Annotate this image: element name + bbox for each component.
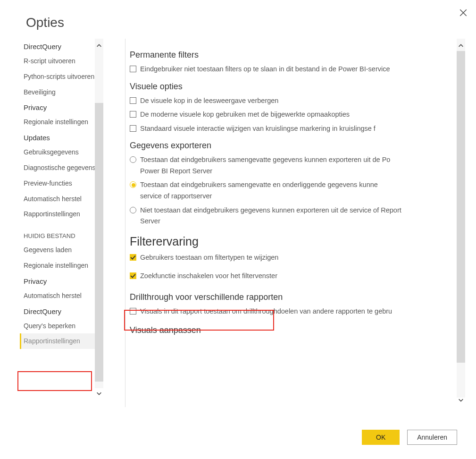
- checkbox-default-interaction[interactable]: Standaard visuele interactie wijzigen va…: [130, 124, 454, 134]
- radio-label: Toestaan dat eindgebruikers samengevatte…: [140, 180, 378, 201]
- checkbox-label: De visuele kop in de leesweergave verber…: [140, 96, 278, 106]
- sidebar-item-diagnostic[interactable]: Diagnostische gegevens: [20, 160, 102, 176]
- heading-visuals-aanpassen: Visuals aanpassen: [130, 325, 454, 335]
- checkbox-modern-visual-header[interactable]: De moderne visuele kop gebruiken met de …: [130, 110, 454, 119]
- checkbox-icon: [130, 66, 136, 72]
- radio-icon: [130, 156, 136, 163]
- sidebar-item-usage[interactable]: Gebruiksgegevens: [20, 144, 102, 160]
- radio-icon: [130, 207, 136, 213]
- checkbox-persistent-filters[interactable]: Eindgebruiker niet toestaan filters op t…: [130, 65, 454, 74]
- checkbox-enable-filter-search[interactable]: Zoekfunctie inschakelen voor het filterv…: [130, 272, 454, 281]
- sidebar-header-privacy[interactable]: Privacy: [20, 100, 102, 114]
- checkbox-label: Gebruikers toestaan om filtertypen te wi…: [140, 253, 278, 263]
- radio-label-line2: Server: [140, 217, 401, 226]
- sidebar-item-preview[interactable]: Preview-functies: [20, 176, 102, 191]
- sidebar-header-updates[interactable]: Updates: [20, 130, 102, 144]
- content-scroll-area: Permanente filters Eindgebruiker niet to…: [116, 39, 454, 398]
- sidebar-item-reportsettings-selected[interactable]: Rapportinstellingen: [20, 333, 102, 349]
- radio-label-line1: Niet toestaan dat eindgebruikers gegeven…: [140, 206, 401, 214]
- radio-icon-selected: [130, 181, 136, 188]
- sidebar-item-reportsettings[interactable]: Rapportinstellingen: [20, 206, 102, 222]
- checkbox-label: Visuals in dit rapport toestaan om drill…: [140, 307, 392, 316]
- ok-button[interactable]: OK: [362, 430, 400, 445]
- sidebar-item-security[interactable]: Beveiliging: [20, 85, 102, 100]
- sidebar-scrollbar-thumb[interactable]: [95, 103, 103, 382]
- checkbox-icon: [130, 111, 136, 118]
- sidebar-item-regional[interactable]: Regionale instellingen: [20, 114, 102, 130]
- radio-label-line1: Toestaan dat eindgebruikers samengevatte…: [140, 181, 378, 188]
- sidebar-item-python[interactable]: Python-scripts uitvoeren: [20, 69, 102, 85]
- chevron-down-icon[interactable]: [95, 388, 103, 399]
- sidebar-list: DirectQuery R-script uitvoeren Python-sc…: [20, 39, 102, 388]
- heading-filterervaring: Filterervaring: [130, 235, 454, 248]
- chevron-down-icon[interactable]: [457, 395, 465, 405]
- cancel-button[interactable]: Annuleren: [407, 430, 457, 445]
- dialog-title: Opties: [0, 9, 476, 39]
- sidebar-header-directquery2[interactable]: DirectQuery: [20, 304, 102, 318]
- content-panel: Permanente filters Eindgebruiker niet to…: [116, 39, 467, 407]
- sidebar-item-rscript[interactable]: R-script uitvoeren: [20, 53, 102, 69]
- checkbox-icon-checked: [130, 272, 136, 279]
- sidebar-item-dataload[interactable]: Gegevens laden: [20, 242, 102, 258]
- sidebar-header-directquery[interactable]: DirectQuery: [20, 39, 102, 53]
- sidebar: DirectQuery R-script uitvoeren Python-sc…: [0, 39, 116, 407]
- close-icon[interactable]: [459, 8, 468, 17]
- options-dialog: Opties DirectQuery R-script uitvoeren Py…: [0, 0, 476, 459]
- checkbox-label: Standaard visuele interactie wijzigen va…: [140, 124, 376, 134]
- dialog-footer: OK Annuleren: [362, 430, 457, 445]
- heading-visuele-opties: Visuele opties: [130, 82, 454, 92]
- radio-label: Toestaan dat eindgebruikers samengevatte…: [140, 155, 390, 176]
- checkbox-icon: [130, 97, 136, 104]
- checkbox-label: De moderne visuele kop gebruiken met de …: [140, 110, 350, 119]
- heading-permanente-filters: Permanente filters: [130, 50, 454, 60]
- radio-label-line1: Toestaan dat eindgebruikers samengevatte…: [140, 156, 390, 163]
- sidebar-section-currentfile: HUIDIG BESTAND: [20, 222, 102, 242]
- sidebar-item-autorecover2[interactable]: Automatisch herstel: [20, 288, 102, 304]
- dialog-body: DirectQuery R-script uitvoeren Python-sc…: [0, 39, 476, 407]
- checkbox-icon: [130, 125, 136, 132]
- heading-drillthrough: Drillthrough voor verschillende rapporte…: [130, 292, 454, 302]
- heading-gegevens-exporteren: Gegevens exporteren: [130, 141, 454, 151]
- radio-export-summarized-underlying[interactable]: Toestaan dat eindgebruikers samengevatte…: [130, 180, 454, 201]
- chevron-up-icon[interactable]: [95, 41, 103, 51]
- checkbox-icon-checked: [130, 254, 136, 261]
- radio-export-summarized[interactable]: Toestaan dat eindgebruikers samengevatte…: [130, 155, 454, 176]
- checkbox-label: Zoekfunctie inschakelen voor het filterv…: [140, 272, 277, 281]
- checkbox-cross-report-drillthrough[interactable]: Visuals in dit rapport toestaan om drill…: [130, 307, 454, 316]
- content-scrollbar-thumb[interactable]: [457, 51, 465, 363]
- sidebar-header-privacy2[interactable]: Privacy: [20, 273, 102, 288]
- sidebar-item-autorecover[interactable]: Automatisch herstel: [20, 191, 102, 207]
- checkbox-allow-filter-type-change[interactable]: Gebruikers toestaan om filtertypen te wi…: [130, 253, 454, 263]
- chevron-up-icon[interactable]: [457, 41, 465, 51]
- radio-label-line2: Power BI Report Server: [140, 167, 390, 176]
- sidebar-item-reducequeries[interactable]: Query's beperken: [20, 318, 102, 334]
- sidebar-item-regional2[interactable]: Regionale instellingen: [20, 258, 102, 273]
- radio-export-none[interactable]: Niet toestaan dat eindgebruikers gegeven…: [130, 206, 454, 226]
- checkbox-label: Eindgebruiker niet toestaan filters op t…: [140, 65, 390, 74]
- radio-label: Niet toestaan dat eindgebruikers gegeven…: [140, 206, 401, 226]
- checkbox-hide-visual-header[interactable]: De visuele kop in de leesweergave verber…: [130, 96, 454, 106]
- radio-label-line2: service of rapportserver: [140, 192, 378, 201]
- checkbox-icon: [130, 308, 136, 314]
